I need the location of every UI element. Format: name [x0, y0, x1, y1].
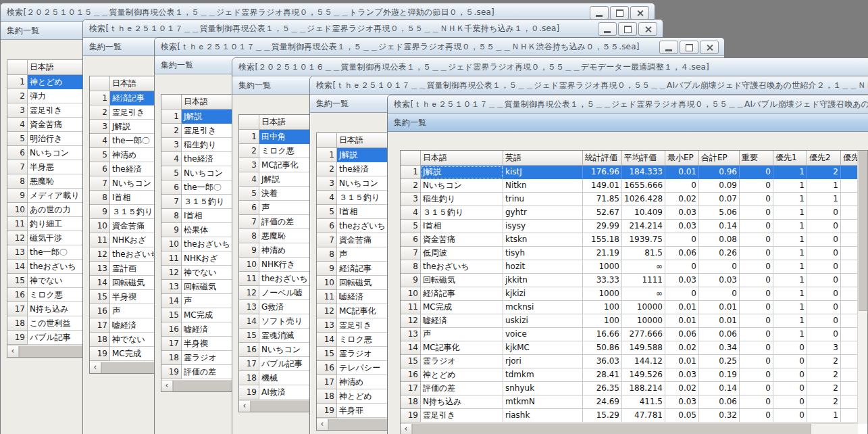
row-number-cell: 5 [239, 187, 259, 201]
row-number-cell: 16 [401, 368, 421, 382]
row-number-cell: 15 [401, 355, 421, 368]
table-row[interactable]: 18N持ち込みmtkmN24.69411.50.030.06002 [401, 395, 867, 409]
row-number-cell: 13 [317, 318, 337, 333]
row-number-cell: 9 [7, 189, 28, 203]
column-header[interactable]: 日本語 [421, 151, 503, 166]
row-number-cell: 11 [401, 301, 421, 314]
table-row[interactable]: 17評価の差snhyuk26.35188.2140.020.14002 [401, 382, 867, 395]
close-button[interactable] [638, 22, 657, 36]
column-header[interactable]: 優先2 [807, 151, 841, 166]
window-titlebar[interactable]: 検索[２０２５１０１６＿＿質量制御再現公表１，５＿＿ジェド霊界ラジオ再現０，５５… [232, 58, 868, 76]
minimize-button[interactable] [598, 22, 617, 36]
table-row[interactable]: 8悪魔恥 [7, 174, 91, 189]
scrollbar-thumb[interactable] [251, 401, 315, 412]
row-number-cell: 9 [401, 274, 421, 287]
data-cell: 1 [807, 409, 841, 423]
data-cell: mtkmN [503, 395, 583, 409]
table-row[interactable]: 13the一郎〇 [7, 245, 91, 260]
data-cell: 資金苦痛 [421, 233, 503, 247]
close-button[interactable] [630, 6, 649, 20]
horizontal-scrollbar[interactable]: ‹ [401, 423, 858, 434]
table-row[interactable]: 14theおざいち [7, 260, 91, 274]
table-row[interactable]: 9回転磁気jkkitn33.3311110.030.03010 [401, 274, 867, 287]
table-row[interactable]: 11MC完成mcknsi100100000.010.01010 [401, 301, 867, 314]
data-cell: 0 [773, 355, 807, 368]
table-row[interactable]: 9メディア載り [7, 189, 91, 203]
close-button[interactable] [700, 41, 719, 54]
column-header[interactable]: 英語 [503, 151, 583, 166]
data-cell: 1000 [583, 287, 622, 301]
table-row[interactable]: 5I首相isysy29.99214.2140.030.14010 [401, 220, 867, 233]
data-cell: 0.01 [665, 314, 699, 328]
table-row[interactable]: 5明治行き [7, 132, 91, 146]
minimize-button[interactable] [659, 41, 678, 54]
window-titlebar[interactable]: 検索[ｔｈｅ２５１０１７＿＿質量制御再現公表１，５＿＿ジェド霊界ラジオ再現０，５… [155, 38, 724, 56]
data-cell: N持ち込み [421, 395, 503, 409]
table-row[interactable]: 1神とどめ [7, 75, 91, 89]
scroll-left-button[interactable]: ‹ [317, 419, 328, 430]
table-row[interactable]: 10あの世の力 [7, 203, 91, 217]
table-row[interactable]: 1J解説kistJ176.96184.3330.010.96012 [401, 166, 867, 179]
column-header[interactable]: 合計EP [699, 151, 740, 166]
scrollbar-thumb[interactable] [328, 419, 393, 430]
table-row[interactable]: 15神でない [7, 274, 91, 288]
scrollbar-thumb[interactable] [173, 381, 238, 391]
scroll-left-button[interactable]: ‹ [90, 362, 101, 373]
table-row[interactable]: 19霊足引きriashk15.2947.7810.050.32001 [401, 409, 867, 423]
aggregate-list-panel-titlebar[interactable]: 集約一覧 [388, 114, 868, 132]
scroll-left-button[interactable]: ‹ [239, 401, 251, 412]
column-header[interactable]: 重要 [740, 151, 773, 166]
row-number-cell: 12 [239, 286, 259, 300]
data-cell: 1 [773, 220, 807, 233]
table-row[interactable]: 3稲生釣りtrinu71.851026.4280.020.07011 [401, 193, 867, 206]
table-row[interactable]: 14MC記事化kjkMC50.86149.5880.020.34003 [401, 341, 867, 355]
table-row[interactable]: 7低周波tisyh21.1981.50.060.26010 [401, 247, 867, 260]
scroll-left-button[interactable]: ‹ [7, 346, 19, 357]
window-titlebar[interactable]: 検索[ｔｈｅ２５１０１７＿＿質量制御再現公表１，５＿＿ジェド霊界ラジオ再現０，５… [388, 95, 868, 114]
minimize-button[interactable] [590, 6, 609, 20]
column-header[interactable]: 平均評価 [622, 151, 665, 166]
table-row[interactable]: 8theおざいちhozit1000∞00010 [401, 260, 867, 274]
data-cell: 0.32 [699, 409, 740, 423]
table-row[interactable]: 7半身悪 [7, 160, 91, 174]
table-row[interactable]: 11釣り細工 [7, 217, 91, 231]
table-row[interactable]: 13声voice16.66277.6660.060.06010 [401, 328, 867, 341]
table-row[interactable]: 6資金苦痛ktskn155.181939.7500.08010 [401, 233, 867, 247]
table-row[interactable]: 4３１５釣りgyhtr52.6710.4090.035.06010 [401, 206, 867, 220]
scrollbar-thumb[interactable] [859, 151, 867, 311]
window-titlebar[interactable]: 検索[ｔｈｅ２５１０１７＿＿質量制御再現公表１，５＿＿ジェド霊界ラジオ再現０，５… [310, 76, 868, 95]
table-row[interactable]: 18この世利益 [7, 316, 91, 331]
table-row[interactable]: 12磁気干渉 [7, 231, 91, 245]
table-row[interactable]: 15霊ラジオrjori36.03144.120.010.25002 [401, 355, 867, 368]
scroll-left-button[interactable]: ‹ [161, 381, 173, 391]
table-row[interactable]: 16神とどめtdmkm28.41149.5260.030.19002 [401, 368, 867, 382]
table-row[interactable]: 2弾力 [7, 89, 91, 103]
table-row[interactable]: 6Nいちコン [7, 146, 91, 160]
table-rows: 1神とどめ2弾力3霊足引き4資金苦痛5明治行き6Nいちコン7半身悪8悪魔恥9メデ… [7, 75, 91, 346]
table-row[interactable]: 10経済記事kjkizi1000∞00010 [401, 287, 867, 301]
table-row[interactable]: 17N持ち込み [7, 302, 91, 316]
restore-button[interactable] [610, 6, 629, 20]
data-cell: 2 [807, 368, 841, 382]
table-row[interactable]: 19バブル記事 [7, 331, 91, 345]
restore-button[interactable] [618, 22, 637, 36]
table-row[interactable]: 3霊足引き [7, 103, 91, 118]
column-header-japanese[interactable]: 日本語 [28, 60, 90, 75]
column-header[interactable]: 最小EP [665, 151, 699, 166]
vertical-scrollbar[interactable] [857, 151, 867, 424]
window-titlebar[interactable]: 検索[ｔｈｅ２５１０１７＿＿質量制御再現公表１，５＿＿ジェド霊界ラジオ再現０，５… [83, 20, 663, 38]
data-cell: 81.5 [622, 247, 665, 260]
column-header[interactable]: 統計評価 [583, 151, 622, 166]
column-header[interactable]: 優先1 [773, 151, 807, 166]
table-row[interactable]: 16ミロク悪 [7, 288, 91, 302]
table-row[interactable]: 2NいちコンNitkn149.011655.66600.09011 [401, 179, 867, 193]
table-row[interactable]: 4資金苦痛 [7, 118, 91, 132]
data-cell: ミロク悪 [28, 288, 90, 302]
restore-button[interactable] [680, 41, 698, 54]
horizontal-scrollbar[interactable]: ‹ [7, 345, 91, 357]
scrollbar-thumb[interactable] [19, 346, 84, 357]
scrollbar-thumb[interactable] [412, 424, 811, 434]
scroll-left-button[interactable]: ‹ [401, 424, 412, 434]
table-row[interactable]: 12嘘経済uskizi100100000.010.01010 [401, 314, 867, 328]
row-number-cell: 7 [161, 195, 182, 209]
